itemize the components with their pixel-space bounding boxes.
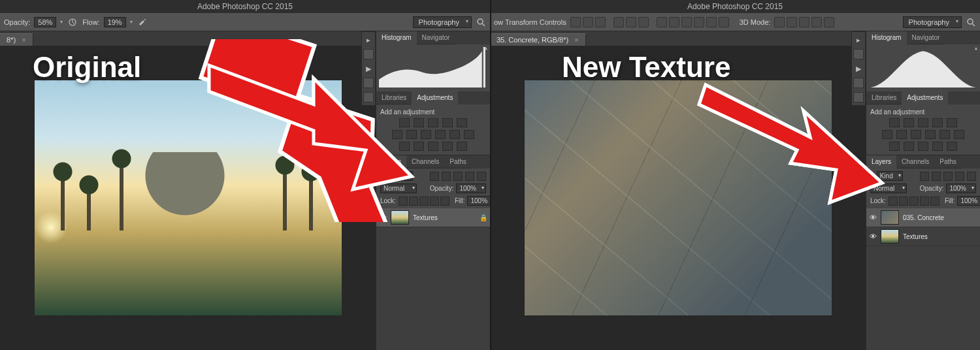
3d-orbit-icon[interactable]: [774, 17, 785, 27]
layer-name[interactable]: 035. Concrete: [903, 214, 944, 221]
search-icon[interactable]: [966, 17, 976, 27]
layer-name[interactable]: Textures: [413, 214, 438, 221]
expand-icon[interactable]: ▸: [853, 35, 864, 45]
filter-shape-icon[interactable]: [465, 172, 474, 181]
airbrush-icon[interactable]: [137, 16, 148, 28]
document-tab[interactable]: 8*) ×: [0, 33, 33, 46]
tab-paths[interactable]: Paths: [934, 155, 962, 168]
lock-all-icon[interactable]: [930, 197, 939, 206]
tab-channels[interactable]: Channels: [406, 155, 444, 168]
tab-adjustments[interactable]: Adjustments: [412, 91, 458, 104]
tab-adjustments[interactable]: Adjustments: [902, 91, 948, 104]
close-icon[interactable]: ×: [22, 36, 25, 44]
tab-channels[interactable]: Channels: [896, 155, 934, 168]
visibility-eye-icon[interactable]: 👁: [379, 214, 387, 221]
blend-mode-dropdown[interactable]: Normal: [870, 183, 907, 193]
layer-row[interactable]: 👁035. Concrete: [866, 208, 980, 227]
adj-gradmap-icon[interactable]: [442, 142, 453, 151]
document-tab[interactable]: 35. Concrete, RGB/8*) ×: [490, 33, 586, 46]
lock-nest-icon[interactable]: [920, 197, 929, 206]
adj-selcolor-icon[interactable]: [457, 142, 467, 151]
dist-right-icon[interactable]: [719, 17, 729, 27]
filter-shape-icon[interactable]: [955, 172, 964, 181]
adj-hue-icon[interactable]: [392, 130, 402, 139]
fill-value[interactable]: 100%: [467, 196, 490, 206]
tab-navigator[interactable]: Navigator: [907, 31, 945, 44]
filter-adj-icon[interactable]: [442, 172, 451, 181]
tab-layers[interactable]: Layers: [866, 155, 896, 168]
adj-hue-icon[interactable]: [882, 130, 892, 139]
adj-thresh-icon[interactable]: [428, 142, 438, 151]
layer-list[interactable]: 👁Textures🔒: [376, 208, 490, 350]
filter-kind-dropdown[interactable]: Kind: [877, 171, 903, 181]
adj-colorbal-icon[interactable]: [406, 130, 417, 139]
adj-vibrance-icon[interactable]: [457, 118, 467, 127]
close-icon[interactable]: ×: [574, 36, 578, 44]
canvas-area[interactable]: [490, 46, 866, 350]
adj-vibrance-icon[interactable]: [947, 118, 957, 127]
dist-left-icon[interactable]: [694, 17, 704, 27]
adj-invert-icon[interactable]: [889, 142, 900, 151]
adj-selcolor-icon[interactable]: [947, 142, 957, 151]
workspace-selector[interactable]: Photography: [413, 16, 472, 28]
adj-curves-icon[interactable]: [428, 118, 438, 127]
layer-opacity-value[interactable]: 100%: [946, 183, 976, 193]
filter-pixel-icon[interactable]: [920, 172, 929, 181]
tab-navigator[interactable]: Navigator: [417, 31, 455, 44]
blend-mode-dropdown[interactable]: Normal: [380, 183, 417, 193]
search-icon[interactable]: [476, 17, 486, 27]
adj-exposure-icon[interactable]: [932, 118, 943, 127]
history-icon[interactable]: [363, 49, 374, 59]
adj-photo-icon[interactable]: [925, 130, 936, 139]
lock-nest-icon[interactable]: [430, 197, 439, 206]
adj-chmix-icon[interactable]: [939, 130, 950, 139]
opacity-value[interactable]: 58%: [34, 17, 56, 27]
adj-chmix-icon[interactable]: [449, 130, 460, 139]
tab-paths[interactable]: Paths: [444, 155, 472, 168]
align-right-icon[interactable]: [638, 17, 649, 27]
fill-value[interactable]: 100%: [957, 196, 980, 206]
align-top-icon[interactable]: [570, 17, 581, 27]
adj-brightness-icon[interactable]: [399, 118, 410, 127]
play-icon[interactable]: ▶: [853, 63, 864, 74]
play-icon[interactable]: ▶: [363, 63, 374, 74]
adj-bw-icon[interactable]: [911, 130, 921, 139]
align-bottom-icon[interactable]: [595, 17, 606, 27]
adj-poster-icon[interactable]: [414, 142, 424, 151]
lock-trans-icon[interactable]: [889, 197, 898, 206]
3d-pan-icon[interactable]: [799, 17, 809, 27]
tab-libraries[interactable]: Libraries: [376, 91, 412, 104]
adj-invert-icon[interactable]: [399, 142, 410, 151]
panel-icon[interactable]: [853, 78, 864, 88]
lock-pos-icon[interactable]: [419, 197, 429, 206]
visibility-eye-icon[interactable]: 👁: [869, 232, 877, 240]
adj-exposure-icon[interactable]: [442, 118, 453, 127]
chevron-down-icon[interactable]: ▾: [130, 19, 133, 25]
adj-thresh-icon[interactable]: [918, 142, 928, 151]
tab-libraries[interactable]: Libraries: [866, 91, 902, 104]
panel-icon[interactable]: [853, 92, 864, 103]
filter-kind-dropdown[interactable]: Kind: [387, 171, 413, 181]
adj-lut-icon[interactable]: [464, 130, 474, 139]
canvas-area[interactable]: [0, 46, 376, 350]
panel-icon[interactable]: [363, 92, 374, 103]
expand-icon[interactable]: ▸: [363, 35, 374, 45]
adj-poster-icon[interactable]: [904, 142, 914, 151]
filter-adj-icon[interactable]: [932, 172, 941, 181]
history-icon[interactable]: [853, 49, 864, 59]
layer-row[interactable]: 👁Textures: [866, 227, 980, 246]
adj-curves-icon[interactable]: [918, 118, 928, 127]
lock-paint-icon[interactable]: [899, 197, 908, 206]
adj-colorbal-icon[interactable]: [896, 130, 907, 139]
3d-slide-icon[interactable]: [811, 17, 822, 27]
dist-bottom-icon[interactable]: [681, 17, 692, 27]
lock-trans-icon[interactable]: [399, 197, 408, 206]
filter-pixel-icon[interactable]: [430, 172, 439, 181]
tab-layers[interactable]: Layers: [376, 155, 406, 168]
adj-photo-icon[interactable]: [435, 130, 446, 139]
adj-bw-icon[interactable]: [421, 130, 431, 139]
adj-levels-icon[interactable]: [904, 118, 914, 127]
workspace-selector[interactable]: Photography: [903, 16, 962, 28]
align-left-icon[interactable]: [613, 17, 624, 27]
dist-hcenter-icon[interactable]: [706, 17, 717, 27]
